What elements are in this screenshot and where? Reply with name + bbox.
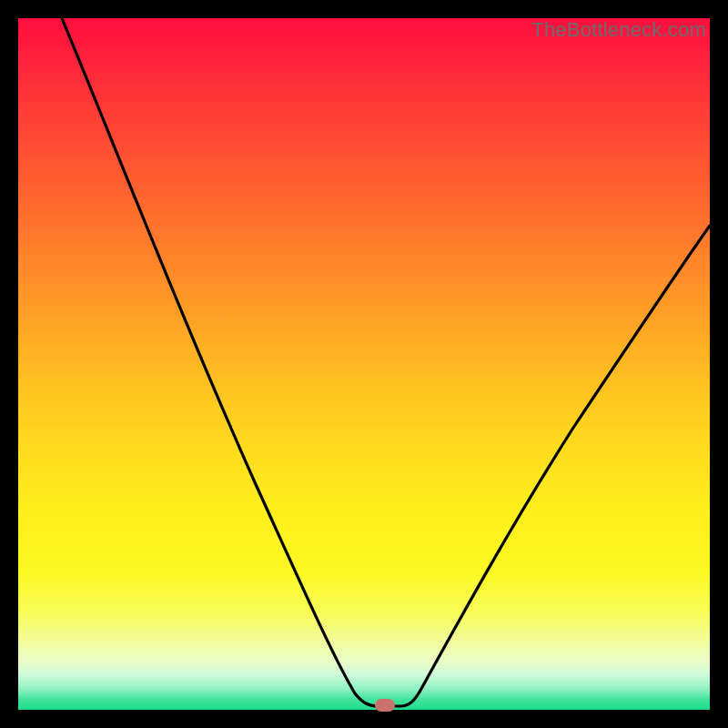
optimum-marker <box>375 699 395 712</box>
plot-area: TheBottleneck.com <box>18 18 710 710</box>
bottleneck-curve <box>62 18 710 706</box>
curve-layer <box>18 18 710 710</box>
